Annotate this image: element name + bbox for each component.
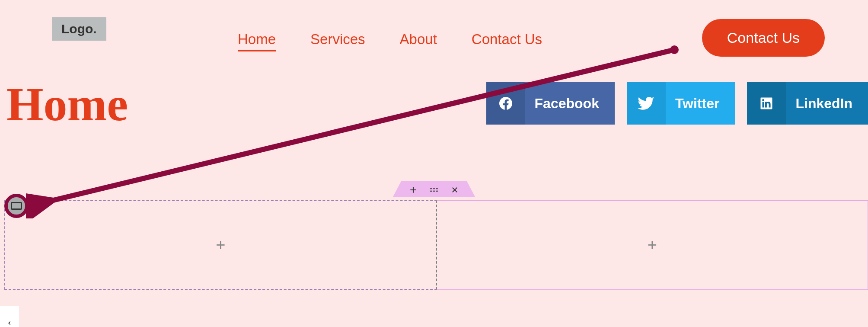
page-title: Home (6, 77, 128, 132)
main-nav: Home Services About Contact Us (238, 31, 542, 48)
linkedin-label: LinkedIn (795, 96, 852, 112)
close-section-icon[interactable] (450, 186, 459, 194)
twitter-label: Twitter (675, 96, 720, 112)
nav-item-about[interactable]: About (400, 31, 437, 48)
editor-section: + + (4, 200, 868, 290)
add-widget-icon[interactable]: + (648, 236, 657, 254)
contact-us-button[interactable]: Contact Us (702, 19, 825, 57)
nav-item-contact[interactable]: Contact Us (472, 31, 542, 48)
nav-item-home[interactable]: Home (238, 31, 276, 48)
svg-point-2 (430, 188, 432, 189)
social-buttons-row: Facebook Twitter LinkedIn (486, 82, 868, 125)
linkedin-share-button[interactable]: LinkedIn (747, 82, 868, 125)
twitter-share-button[interactable]: Twitter (627, 82, 735, 125)
facebook-label: Facebook (535, 96, 599, 112)
svg-point-6 (433, 190, 435, 192)
panel-collapse-toggle[interactable] (0, 306, 19, 327)
svg-point-4 (436, 188, 438, 189)
edit-section-handle[interactable] (4, 194, 29, 218)
svg-point-3 (433, 188, 435, 189)
add-section-icon[interactable] (409, 186, 418, 194)
twitter-icon (627, 82, 666, 125)
section-edit-tab (393, 181, 475, 197)
linkedin-icon (747, 82, 786, 125)
add-widget-icon[interactable]: + (216, 236, 225, 254)
svg-point-5 (430, 190, 432, 192)
drag-handle-icon[interactable] (430, 186, 438, 194)
facebook-share-button[interactable]: Facebook (486, 82, 615, 125)
section-icon (11, 202, 22, 210)
svg-point-7 (436, 190, 438, 192)
facebook-icon (486, 82, 525, 125)
svg-line-11 (50, 50, 674, 201)
editor-column-left[interactable]: + (4, 200, 437, 290)
nav-item-services[interactable]: Services (310, 31, 365, 48)
logo[interactable]: Logo. (52, 17, 106, 41)
editor-column-right[interactable]: + (437, 200, 868, 290)
